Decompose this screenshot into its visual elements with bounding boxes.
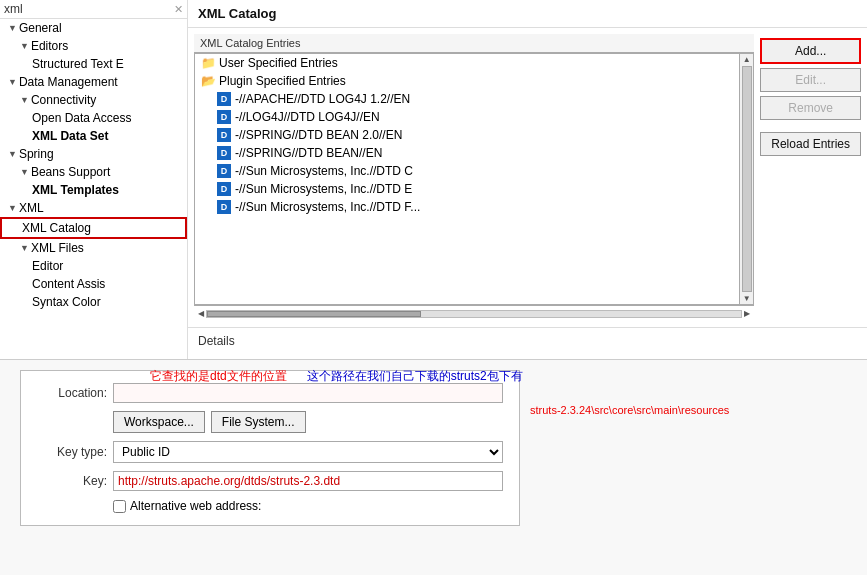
annotation-right-text: struts-2.3.24\src\core\src\main\resource… bbox=[530, 404, 729, 416]
sidebar-item-xml-data-set[interactable]: XML Data Set bbox=[0, 127, 187, 145]
sidebar-item-label: Editors bbox=[31, 39, 68, 53]
sidebar-item-beans-support[interactable]: ▼ Beans Support bbox=[0, 163, 187, 181]
scroll-track bbox=[206, 310, 742, 318]
sidebar-item-xml-catalog[interactable]: XML Catalog bbox=[0, 217, 187, 239]
sidebar-item-label: XML Templates bbox=[32, 183, 119, 197]
location-row: Location: bbox=[37, 383, 503, 403]
sidebar-item-xml-templates[interactable]: XML Templates bbox=[0, 181, 187, 199]
sidebar-item-label: Syntax Color bbox=[32, 295, 101, 309]
sidebar-item-editors[interactable]: ▼ Editors bbox=[0, 37, 187, 55]
expand-arrow: ▼ bbox=[20, 95, 29, 105]
scroll-right-arrow[interactable]: ▶ bbox=[742, 309, 752, 318]
folder-icon: 📂 bbox=[201, 74, 216, 88]
sidebar-item-label: Open Data Access bbox=[32, 111, 131, 125]
keytype-row: Key type: Public ID bbox=[37, 441, 503, 463]
sidebar-item-general[interactable]: ▼ General bbox=[0, 19, 187, 37]
scroll-up-arrow[interactable]: ▲ bbox=[743, 55, 751, 64]
keytype-label: Key type: bbox=[37, 445, 107, 459]
expand-arrow: ▼ bbox=[8, 77, 17, 87]
clear-search-icon[interactable]: ✕ bbox=[174, 3, 183, 16]
entry-text: -//Sun Microsystems, Inc.//DTD F... bbox=[235, 200, 420, 214]
dialog-box: Location: Workspace... File System... Ke… bbox=[20, 370, 520, 526]
file-system-button[interactable]: File System... bbox=[211, 411, 306, 433]
entry-item-5[interactable]: D -//Sun Microsystems, Inc.//DTD E bbox=[195, 180, 739, 198]
entry-item-1[interactable]: D -//LOG4J//DTD LOG4J//EN bbox=[195, 108, 739, 126]
sidebar-item-label: Editor bbox=[32, 259, 63, 273]
entry-item-4[interactable]: D -//Sun Microsystems, Inc.//DTD C bbox=[195, 162, 739, 180]
sidebar-item-label: Beans Support bbox=[31, 165, 110, 179]
sidebar-item-structured-text[interactable]: Structured Text E bbox=[0, 55, 187, 73]
entry-item-3[interactable]: D -//SPRING//DTD BEAN//EN bbox=[195, 144, 739, 162]
location-buttons-row: Workspace... File System... bbox=[37, 411, 503, 433]
expand-arrow: ▼ bbox=[20, 41, 29, 51]
plugin-specified-entries[interactable]: 📂 Plugin Specified Entries bbox=[195, 72, 739, 90]
user-specified-entries[interactable]: 📁 User Specified Entries bbox=[195, 54, 739, 72]
sidebar-item-label: Spring bbox=[19, 147, 54, 161]
location-input[interactable] bbox=[113, 383, 503, 403]
entry-item-6[interactable]: D -//Sun Microsystems, Inc.//DTD F... bbox=[195, 198, 739, 216]
sidebar-item-label: Content Assis bbox=[32, 277, 105, 291]
sidebar-item-syntax-color[interactable]: Syntax Color bbox=[0, 293, 187, 311]
main-panel: XML Catalog XML Catalog Entries 📁 User S… bbox=[188, 0, 867, 359]
alternative-label: Alternative web address: bbox=[130, 499, 261, 513]
scroll-down-arrow[interactable]: ▼ bbox=[743, 294, 751, 303]
sidebar-item-spring[interactable]: ▼ Spring bbox=[0, 145, 187, 163]
dtd-icon: D bbox=[217, 110, 231, 124]
panel-title: XML Catalog bbox=[188, 0, 867, 28]
expand-arrow: ▼ bbox=[20, 167, 29, 177]
workspace-button[interactable]: Workspace... bbox=[113, 411, 205, 433]
entry-text: -//SPRING//DTD BEAN 2.0//EN bbox=[235, 128, 402, 142]
catalog-action-buttons: Add... Edit... Remove Reload Entries bbox=[760, 34, 861, 321]
entries-list[interactable]: 📁 User Specified Entries 📂 Plugin Specif… bbox=[195, 54, 739, 304]
entry-item-2[interactable]: D -//SPRING//DTD BEAN 2.0//EN bbox=[195, 126, 739, 144]
entry-item-0[interactable]: D -//APACHE//DTD LOG4J 1.2//EN bbox=[195, 90, 739, 108]
remove-button[interactable]: Remove bbox=[760, 96, 861, 120]
sidebar-item-connectivity[interactable]: ▼ Connectivity bbox=[0, 91, 187, 109]
catalog-content: XML Catalog Entries 📁 User Specified Ent… bbox=[188, 28, 867, 327]
scroll-thumb bbox=[207, 311, 421, 317]
alternative-checkbox[interactable] bbox=[113, 500, 126, 513]
dtd-icon: D bbox=[217, 200, 231, 214]
sidebar-item-label: XML Files bbox=[31, 241, 84, 255]
details-section: Details bbox=[188, 327, 867, 359]
details-label: Details bbox=[198, 334, 235, 348]
key-label: Key: bbox=[37, 474, 107, 488]
sidebar-item-label: XML bbox=[19, 201, 44, 215]
sidebar-item-open-data-access[interactable]: Open Data Access bbox=[0, 109, 187, 127]
vertical-scrollbar[interactable]: ▲ ▼ bbox=[739, 54, 753, 304]
scroll-left-arrow[interactable]: ◀ bbox=[196, 309, 206, 318]
sidebar-item-xml[interactable]: ▼ XML bbox=[0, 199, 187, 217]
sidebar-item-editor[interactable]: Editor bbox=[0, 257, 187, 275]
sidebar-item-xml-files[interactable]: ▼ XML Files bbox=[0, 239, 187, 257]
category-label: Plugin Specified Entries bbox=[219, 74, 346, 88]
dtd-icon: D bbox=[217, 92, 231, 106]
location-label: Location: bbox=[37, 386, 107, 400]
expand-arrow: ▼ bbox=[8, 23, 17, 33]
sidebar-search-bar[interactable]: ✕ bbox=[0, 0, 187, 19]
sidebar-item-data-management[interactable]: ▼ Data Management bbox=[0, 73, 187, 91]
horizontal-scrollbar[interactable]: ◀ ▶ bbox=[194, 305, 754, 321]
edit-button[interactable]: Edit... bbox=[760, 68, 861, 92]
sidebar-item-label: Connectivity bbox=[31, 93, 96, 107]
keytype-select[interactable]: Public ID bbox=[113, 441, 503, 463]
entry-text: -//LOG4J//DTD LOG4J//EN bbox=[235, 110, 380, 124]
sidebar-item-label: XML Catalog bbox=[22, 221, 91, 235]
sidebar-item-label: Data Management bbox=[19, 75, 118, 89]
sidebar: ✕ ▼ General ▼ Editors Structured Text E … bbox=[0, 0, 188, 359]
key-input[interactable] bbox=[113, 471, 503, 491]
sidebar-item-content-assist[interactable]: Content Assis bbox=[0, 275, 187, 293]
dtd-icon: D bbox=[217, 182, 231, 196]
dtd-icon: D bbox=[217, 164, 231, 178]
dtd-icon: D bbox=[217, 128, 231, 142]
sidebar-item-label: XML Data Set bbox=[32, 129, 108, 143]
sidebar-search-input[interactable] bbox=[4, 2, 174, 16]
expand-arrow: ▼ bbox=[20, 243, 29, 253]
entry-text: -//Sun Microsystems, Inc.//DTD E bbox=[235, 182, 412, 196]
entry-text: -//SPRING//DTD BEAN//EN bbox=[235, 146, 382, 160]
entries-section-label: XML Catalog Entries bbox=[194, 34, 754, 53]
reload-entries-button[interactable]: Reload Entries bbox=[760, 132, 861, 156]
bottom-dialog-area: 它查找的是dtd文件的位置 这个路径在我们自己下载的struts2包下有 str… bbox=[0, 360, 867, 575]
entry-text: -//APACHE//DTD LOG4J 1.2//EN bbox=[235, 92, 410, 106]
dtd-icon: D bbox=[217, 146, 231, 160]
add-button[interactable]: Add... bbox=[760, 38, 861, 64]
